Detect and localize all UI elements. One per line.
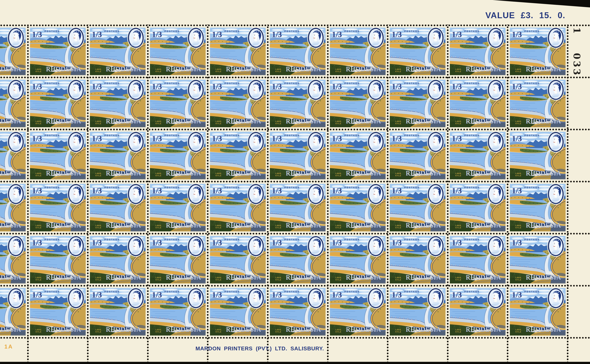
- queen-portrait-oval: [67, 236, 85, 257]
- queen-face: [373, 33, 378, 39]
- denomination-text: 1/3: [452, 238, 462, 247]
- stamp-design: 1/3 POSTAGE LAKE KYLE RHODESIA: [450, 28, 505, 75]
- stamp-design: 1/3 POSTAGE LAKE KYLE RHODESIA: [450, 80, 505, 127]
- scanner-background-top-corner: [492, 0, 590, 7]
- country-text: RHODESIA: [226, 325, 261, 333]
- stamp-design: 1/3 POSTAGE LAKE KYLE RHODESIA: [330, 184, 385, 231]
- denomination-text: 1/3: [392, 238, 402, 247]
- stamp: 1/3 POSTAGE LAKE KYLE RHODESIA: [388, 286, 448, 338]
- stamp-design: 1/3 POSTAGE LAKE KYLE RHODESIA: [90, 236, 146, 283]
- stamp: 1/3 POSTAGE LAKE KYLE RHODESIA: [448, 130, 508, 182]
- denomination-text: 1/3: [32, 82, 42, 91]
- queen-portrait-oval: [127, 288, 144, 309]
- queen-portrait-oval: [67, 288, 85, 309]
- caption-kyle-text: KYLE: [516, 70, 521, 72]
- queen-portrait-oval: [547, 132, 564, 153]
- denomination-text: 1/3: [152, 291, 162, 299]
- caption-kyle-text: KYLE: [216, 331, 221, 333]
- caption-kyle-text: KYLE: [36, 279, 41, 281]
- country-text: RHODESIA: [166, 65, 201, 73]
- postage-label-text: POSTAGE: [225, 186, 240, 189]
- stamp: 1/3 POSTAGE LAKE KYLE RHODESIA: [388, 25, 448, 77]
- caption-lake-text: LAKE: [36, 120, 42, 122]
- stamp-design: 1/3 POSTAGE LAKE KYLE RHODESIA: [210, 236, 266, 283]
- country-text: RHODESIA: [0, 169, 21, 177]
- stamp-design: 1/3 POSTAGE LAKE KYLE RHODESIA: [510, 132, 565, 179]
- stamp-design: 1/3 POSTAGE LAKE KYLE RHODESIA: [90, 288, 146, 336]
- caption-kyle-text: KYLE: [36, 227, 41, 228]
- postage-label-text: POSTAGE: [284, 291, 300, 293]
- stamp: 1/3 POSTAGE LAKE KYLE RHODESIA: [88, 77, 148, 130]
- queen-face: [193, 293, 198, 300]
- caption-kyle-text: KYLE: [395, 227, 401, 228]
- denomination-text: 1/3: [272, 82, 282, 91]
- queen-portrait-oval: [7, 132, 25, 153]
- postage-label-text: POSTAGE: [165, 30, 180, 32]
- country-text: RHODESIA: [346, 117, 381, 125]
- queen-portrait-oval: [187, 236, 205, 257]
- stamp-design: 1/3 POSTAGE LAKE KYLE RHODESIA: [390, 28, 445, 75]
- stamp: 1/3 POSTAGE LAKE KYLE RHODESIA: [388, 130, 448, 182]
- queen-face: [553, 293, 558, 300]
- queen-face: [313, 137, 318, 143]
- queen-face: [133, 85, 138, 91]
- country-text: RHODESIA: [106, 117, 141, 125]
- queen-portrait-oval: [127, 80, 144, 101]
- country-text: RHODESIA: [346, 325, 381, 333]
- postage-label-text: POSTAGE: [404, 186, 420, 189]
- caption-lake-text: LAKE: [36, 172, 42, 174]
- caption-kyle-text: KYLE: [36, 122, 41, 124]
- queen-portrait-oval: [187, 288, 205, 309]
- perforation-column: [327, 25, 329, 362]
- denomination-text: 1/3: [332, 134, 342, 143]
- queen-face: [13, 189, 18, 195]
- stamp-design: 1/3 POSTAGE LAKE KYLE RHODESIA: [150, 184, 206, 231]
- stamp-design: 1/3 POSTAGE LAKE KYLE RHODESIA: [330, 80, 385, 127]
- queen-face: [133, 293, 138, 300]
- stamp-design: 1/3 POSTAGE LAKE KYLE RHODESIA: [30, 28, 86, 75]
- queen-face: [73, 33, 78, 39]
- perforation-column: [207, 25, 209, 362]
- stamp: 1/3 POSTAGE LAKE KYLE RHODESIA: [328, 25, 388, 77]
- queen-portrait-oval: [67, 184, 85, 205]
- queen-face: [493, 85, 497, 91]
- queen-portrait-oval: [307, 184, 324, 205]
- denomination-text: 1/3: [272, 186, 282, 195]
- caption-kyle-text: KYLE: [275, 70, 281, 72]
- postage-label-text: POSTAGE: [45, 291, 60, 293]
- caption-kyle-text: KYLE: [336, 227, 341, 228]
- postage-label-text: POSTAGE: [45, 30, 60, 32]
- denomination-text: 1/3: [32, 291, 42, 299]
- stamp-design: 1/3 POSTAGE LAKE KYLE RHODESIA: [90, 28, 146, 75]
- stamp-design: 1/3 POSTAGE LAKE KYLE RHODESIA: [390, 132, 445, 179]
- stamp: 1/3 POSTAGE LAKE KYLE RHODESIA: [268, 130, 328, 182]
- stamp: 1/3 POSTAGE LAKE KYLE RHODESIA: [88, 130, 148, 182]
- caption-lake-text: LAKE: [275, 120, 281, 122]
- stamp: 1/3 POSTAGE LAKE KYLE RHODESIA: [148, 182, 208, 234]
- stamp-design: 1/3 POSTAGE LAKE KYLE RHODESIA: [0, 28, 26, 75]
- queen-face: [313, 33, 318, 39]
- caption-lake-text: LAKE: [516, 224, 522, 226]
- queen-face: [433, 293, 438, 300]
- stamp-design: 1/3 POSTAGE LAKE KYLE RHODESIA: [90, 184, 146, 231]
- caption-lake-text: LAKE: [95, 120, 101, 122]
- queen-portrait-oval: [307, 288, 324, 309]
- perforation-column: [567, 25, 569, 362]
- caption-lake-text: LAKE: [36, 328, 42, 331]
- denomination-text: 1/3: [332, 291, 342, 299]
- country-text: RHODESIA: [526, 169, 561, 177]
- stamp-design: 1/3 POSTAGE LAKE KYLE RHODESIA: [270, 132, 325, 179]
- caption-kyle-text: KYLE: [156, 70, 161, 72]
- denomination-text: 1/3: [512, 30, 522, 39]
- queen-portrait-oval: [187, 132, 205, 153]
- caption-lake-text: LAKE: [455, 328, 462, 331]
- queen-portrait-oval: [547, 184, 564, 205]
- stamp-design: 1/3 POSTAGE LAKE KYLE RHODESIA: [450, 236, 505, 283]
- denomination-text: 1/3: [212, 291, 222, 299]
- queen-portrait-oval: [247, 236, 265, 257]
- queen-portrait-oval: [427, 132, 444, 153]
- perforation-column: [147, 25, 149, 362]
- queen-face: [193, 33, 198, 39]
- caption-kyle-text: KYLE: [395, 70, 401, 72]
- caption-lake-text: LAKE: [216, 224, 222, 226]
